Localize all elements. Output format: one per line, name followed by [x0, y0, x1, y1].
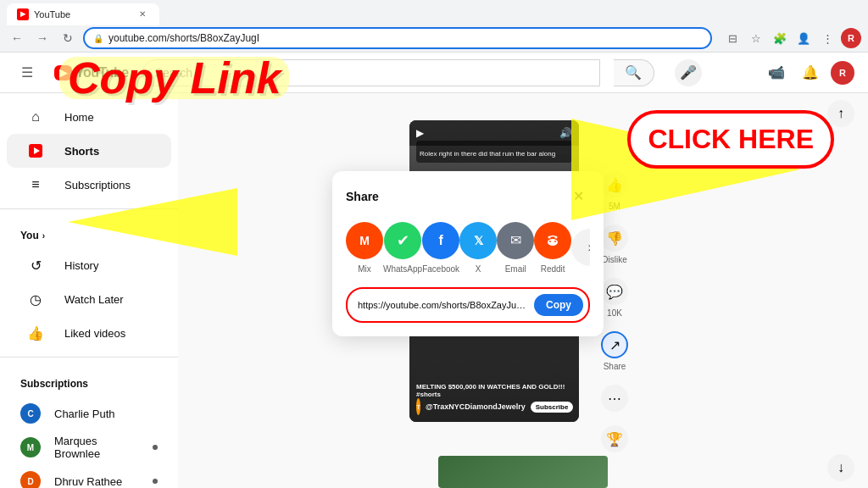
share-link-row: https://youtube.com/shorts/B8oxZayJugI?s…: [346, 287, 590, 323]
settings-icon[interactable]: ⋮: [817, 28, 837, 48]
modal-title: Share: [346, 190, 379, 203]
browser-toolbar: ← → ↻ 🔒 youtube.com/shorts/B8oxZayJugI ⊟…: [0, 25, 868, 52]
cast-icon[interactable]: ⊟: [722, 28, 743, 48]
active-tab[interactable]: ▶ YouTube ✕: [7, 3, 159, 25]
reddit-icon: [534, 222, 571, 259]
modal-header: Share ✕: [346, 185, 590, 208]
share-more-button[interactable]: ›: [571, 229, 590, 266]
facebook-icon: f: [422, 222, 459, 259]
share-facebook-button[interactable]: f Facebook: [422, 222, 459, 274]
browser-chrome: ▶ YouTube ✕ ← → ↻ 🔒 youtube.com/shorts/B…: [0, 0, 868, 53]
mix-icon: M: [346, 222, 383, 259]
back-button[interactable]: ←: [7, 28, 27, 48]
more-platforms-icon: ›: [571, 229, 590, 266]
url-text: youtube.com/shorts/B8oxZayJugI: [108, 32, 702, 44]
reddit-label: Reddit: [541, 264, 565, 274]
share-mix-button[interactable]: M Mix: [346, 222, 383, 274]
mix-label: Mix: [358, 264, 371, 274]
email-label: Email: [505, 264, 526, 274]
share-email-button[interactable]: ✉ Email: [497, 222, 534, 274]
profile-avatar[interactable]: R: [841, 28, 861, 48]
star-icon[interactable]: ☆: [746, 28, 766, 48]
share-icons-row: M Mix ✔ WhatsApp f Facebook 𝕏 X: [346, 222, 590, 274]
svg-point-4: [549, 241, 551, 242]
extensions-icon[interactable]: 🧩: [770, 28, 790, 48]
modal-close-button[interactable]: ✕: [566, 185, 590, 208]
reload-button[interactable]: ↻: [58, 28, 78, 48]
share-modal: Share ✕ M Mix ✔ WhatsApp f Facebook: [332, 171, 604, 336]
whatsapp-icon: ✔: [384, 222, 421, 259]
copy-button[interactable]: Copy: [534, 294, 583, 316]
profile-icon[interactable]: 👤: [793, 28, 814, 48]
svg-point-3: [548, 239, 558, 246]
tab-favicon: ▶: [17, 8, 29, 20]
tab-title: YouTube: [34, 9, 70, 19]
tab-close-button[interactable]: ✕: [136, 8, 149, 21]
x-label: X: [476, 264, 481, 274]
svg-point-5: [554, 241, 556, 242]
email-icon: ✉: [497, 222, 534, 259]
facebook-label: Facebook: [422, 264, 459, 274]
share-reddit-button[interactable]: Reddit: [534, 222, 571, 274]
share-modal-overlay: Share ✕ M Mix ✔ WhatsApp f Facebook: [0, 53, 868, 488]
lock-icon: 🔒: [93, 34, 103, 43]
share-x-button[interactable]: 𝕏 X: [459, 222, 497, 274]
address-bar[interactable]: 🔒 youtube.com/shorts/B8oxZayJugI: [83, 27, 712, 49]
whatsapp-label: WhatsApp: [383, 264, 422, 274]
x-icon: 𝕏: [459, 222, 497, 259]
share-url-text: https://youtube.com/shorts/B8oxZayJugI?s…: [358, 300, 527, 310]
forward-button[interactable]: →: [32, 28, 53, 48]
browser-tabs: ▶ YouTube ✕: [0, 0, 868, 25]
toolbar-icons: ⊟ ☆ 🧩 👤 ⋮ R: [722, 28, 861, 48]
share-whatsapp-button[interactable]: ✔ WhatsApp: [383, 222, 422, 274]
